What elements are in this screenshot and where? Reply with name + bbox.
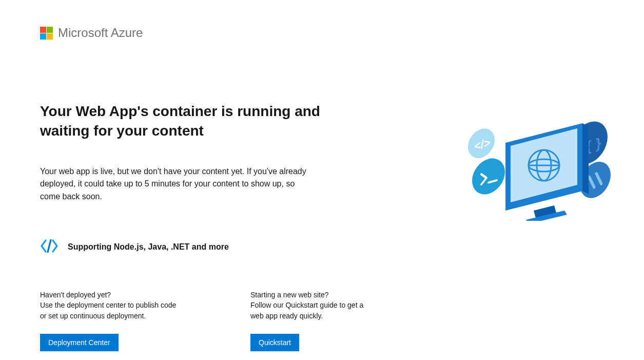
computer-illustration-icon: { } </> — [457, 113, 616, 221]
action-columns: Haven't deployed yet? Use the deployment… — [40, 291, 369, 351]
supporting-text: Supporting Node.js, Java, .NET and more — [68, 242, 229, 252]
deploy-question: Haven't deployed yet? — [40, 291, 179, 299]
header: Microsoft Azure — [0, 0, 644, 40]
page-description: Your web app is live, but we don't have … — [40, 165, 307, 203]
svg-line-0 — [48, 240, 51, 252]
svg-marker-6 — [582, 123, 589, 194]
supporting-row: Supporting Node.js, Java, .NET and more — [40, 239, 369, 255]
code-brackets-icon — [40, 239, 58, 255]
deploy-text: Use the deployment center to publish cod… — [40, 300, 179, 321]
microsoft-logo-icon — [40, 27, 53, 40]
svg-point-17 — [472, 155, 505, 198]
deployment-center-button[interactable]: Deployment Center — [40, 334, 119, 351]
deploy-column: Haven't deployed yet? Use the deployment… — [40, 291, 179, 351]
brand-name: Microsoft Azure — [58, 26, 143, 40]
quickstart-button[interactable]: Quickstart — [250, 334, 299, 351]
quickstart-question: Starting a new web site? — [250, 291, 369, 299]
quickstart-column: Starting a new web site? Follow our Quic… — [250, 291, 369, 351]
main-content: Your Web App's container is running and … — [0, 40, 369, 351]
page-title: Your Web App's container is running and … — [40, 102, 369, 141]
quickstart-text: Follow our Quickstart guide to get a web… — [250, 300, 369, 321]
